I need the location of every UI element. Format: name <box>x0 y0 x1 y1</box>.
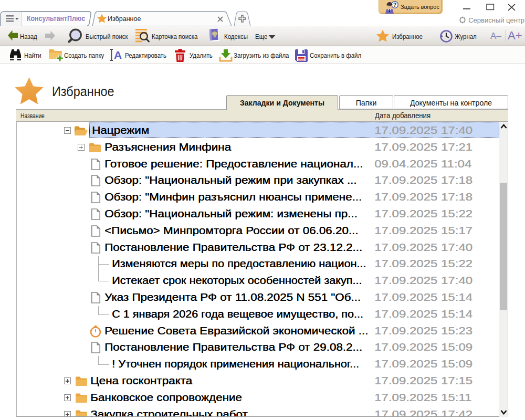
svg-text:Избранное: Избранное <box>108 15 141 23</box>
svg-text:КонсультантПлюс: КонсультантПлюс <box>27 14 85 23</box>
svg-text:?: ? <box>393 2 396 8</box>
svg-text:A: A <box>114 49 122 61</box>
